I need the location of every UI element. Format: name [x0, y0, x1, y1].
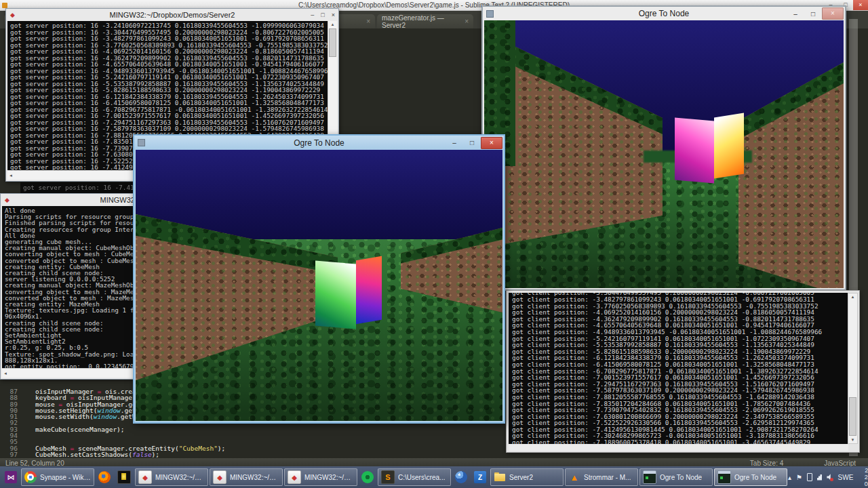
taskbar-app-icon	[474, 471, 486, 483]
taskbar-item[interactable]: Synapse - Wiki...	[21, 468, 94, 486]
taskbar-item-label: MINGW32:~/D...	[230, 474, 279, 481]
taskbar-item[interactable]	[115, 468, 134, 486]
taskbar-app-icon	[288, 470, 301, 484]
taskbar-items: Synapse - Wiki... MINGW32:~/D...	[1, 468, 788, 486]
taskbar-app-icon	[455, 471, 467, 483]
syntax-indicator[interactable]: JavaScript	[824, 460, 856, 467]
flag-icon[interactable]: ⚑	[796, 474, 802, 481]
console-line: got client position: -7.188960075378418 …	[512, 439, 848, 444]
color-cube	[315, 258, 382, 329]
taskbar-app-icon	[24, 471, 37, 483]
taskbar-app-icon	[213, 470, 226, 484]
ogre-app-icon	[486, 10, 494, 18]
taskbar-item[interactable]	[96, 468, 113, 486]
taskbar-app-icon	[568, 471, 580, 483]
clock-time: 21:36	[858, 467, 868, 474]
taskbar-app-icon	[717, 470, 731, 484]
taskbar-item-label: Server2	[509, 474, 533, 481]
tab-label: mazeGenerator.js — Server2	[382, 14, 460, 29]
cursor-position[interactable]: Line 52, Column 20	[5, 460, 64, 467]
scrollbar-thumb[interactable]	[329, 28, 336, 57]
taskbar-app-icon	[138, 470, 152, 484]
taskbar: Synapse - Wiki... MINGW32:~/D...	[0, 466, 868, 488]
volume-muted-icon[interactable]	[827, 474, 833, 481]
cube-face-yellow	[714, 113, 744, 179]
taskbar-item[interactable]	[359, 468, 376, 486]
window-client-console: got client position: -3.304476499557495 …	[506, 290, 860, 453]
ogre-right-titlebar[interactable]: Ogre To Node – □ ×	[483, 7, 845, 20]
msys-diamond-icon: ◆	[10, 12, 15, 18]
3d-viewport-center[interactable]	[136, 150, 502, 421]
scroll-down-icon[interactable]: ▼	[848, 436, 857, 443]
taskbar-app-icon	[494, 471, 506, 483]
system-tray: ▴ ⚑ SWE 21:36 2013-01-22	[788, 467, 868, 487]
window-ogre-center: Ogre To Node – □ ×	[133, 134, 505, 424]
taskbar-item-label: Synapse - Wiki...	[40, 474, 91, 481]
taskbar-item[interactable]: Ogre To Node	[639, 468, 713, 486]
taskbar-item[interactable]	[471, 468, 489, 486]
maximize-icon[interactable]: □	[804, 10, 822, 18]
taskbar-item[interactable]: C:\Users\crea...	[378, 468, 451, 486]
cube-face-green	[315, 260, 356, 329]
tab-size-indicator[interactable]: Tab Size: 4	[750, 460, 783, 467]
taskbar-item[interactable]	[2, 468, 20, 486]
window-terminal-partial: got server position: 16 -7.41249561	[20, 182, 134, 193]
taskbar-item-label: Strommar - M...	[584, 474, 631, 481]
taskbar-item[interactable]: MINGW32:~/D...	[135, 468, 208, 486]
maximize-icon[interactable]: □	[463, 139, 481, 146]
tray-expand-icon[interactable]: ▴	[788, 474, 791, 481]
taskbar-app-icon	[361, 471, 374, 483]
terminal-title: MINGW32:~/Dropbox/Demos/Server2	[6, 11, 338, 19]
taskbar-item-label: MINGW32:~/D...	[155, 474, 205, 481]
power-icon[interactable]	[807, 473, 812, 481]
taskbar-item[interactable]: Ogre To Node	[714, 468, 787, 486]
msys-diamond-icon: ◆	[5, 197, 9, 203]
scroll-left-icon[interactable]: ◄	[7, 174, 14, 178]
line-number: 97	[0, 451, 18, 458]
close-icon[interactable]: ×	[332, 12, 335, 18]
vertical-scrollbar[interactable]: ▲ ▼	[848, 293, 858, 444]
taskbar-app-icon	[643, 470, 656, 484]
color-cube	[675, 115, 744, 183]
taskbar-app-icon	[117, 470, 131, 484]
terminal-titlebar[interactable]: ◆ MINGW32:~/Dropbox/Demos/Server2 – □ ×	[6, 9, 338, 21]
close-icon[interactable]: ×	[822, 7, 844, 20]
taskbar-item-label: C:\Users\crea...	[398, 474, 445, 481]
scroll-up-icon[interactable]: ▲	[328, 21, 337, 28]
cube-face-rgb	[356, 256, 382, 325]
maximize-icon[interactable]: □	[321, 12, 324, 18]
taskbar-app-icon	[98, 471, 111, 483]
close-icon[interactable]: ×	[481, 137, 502, 149]
tab-close-icon[interactable]: ×	[366, 18, 370, 25]
horizontal-scrollbar[interactable]	[509, 445, 848, 451]
minimize-icon[interactable]: –	[787, 10, 804, 18]
taskbar-item[interactable]: Strommar - M...	[565, 468, 638, 486]
code-text: makeCube(sceneManager);	[23, 426, 125, 433]
taskbar-item-label: Ogre To Node	[734, 474, 776, 481]
taskbar-item[interactable]	[452, 468, 470, 486]
taskbar-item-label: MINGW32:~/D...	[304, 474, 354, 481]
clock-date: 2013-01-22	[858, 474, 868, 487]
minimize-icon[interactable]: –	[311, 12, 314, 18]
clock[interactable]: 21:36 2013-01-22	[858, 467, 868, 487]
taskbar-app-icon	[5, 471, 17, 483]
window-ogre-right: Ogre To Node – □ ×	[481, 5, 846, 291]
client-console[interactable]: got client position: -3.304476499557495 …	[509, 293, 848, 444]
language-indicator[interactable]: SWE	[838, 474, 854, 481]
code-line: 97CubeMesh.setCastsShadows(false);	[0, 451, 475, 458]
tab-close-icon[interactable]: ×	[465, 18, 469, 25]
taskbar-item[interactable]: Server2	[490, 468, 564, 486]
scroll-up-icon[interactable]: ▲	[848, 293, 857, 300]
taskbar-item[interactable]: MINGW32:~/D...	[284, 468, 357, 486]
muted-dot	[830, 478, 833, 481]
network-icon[interactable]	[817, 474, 823, 481]
tab-mazegenerator[interactable]: mazeGenerator.js — Server2 ×	[377, 14, 473, 28]
minimize-icon[interactable]: –	[446, 139, 463, 146]
ogre-center-titlebar[interactable]: Ogre To Node – □ ×	[134, 136, 504, 150]
scrollbar-thumb[interactable]	[849, 397, 856, 436]
desktop: C:\Users\creamdog\Dropbox\Demos\Server2\…	[0, 0, 868, 488]
3d-viewport-right[interactable]	[484, 20, 844, 288]
taskbar-item[interactable]: MINGW32:~/D...	[210, 468, 283, 486]
scroll-left-icon[interactable]: ◄	[2, 371, 9, 375]
close-icon[interactable]: ×	[853, 0, 868, 10]
